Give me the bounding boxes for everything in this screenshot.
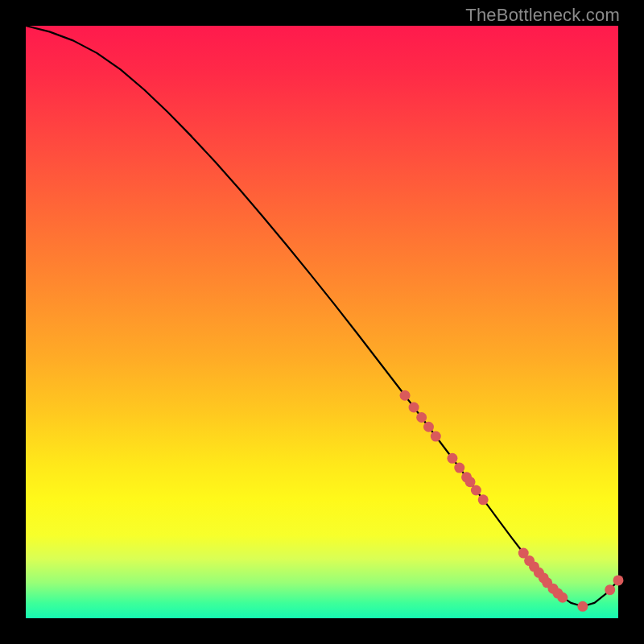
marker-dot xyxy=(431,431,441,442)
curve-line xyxy=(26,26,618,606)
chart-svg xyxy=(26,26,618,618)
marker-dot xyxy=(447,453,457,464)
marker-dot xyxy=(577,601,588,612)
marker-dot xyxy=(613,575,624,585)
marker-dot xyxy=(400,390,411,401)
marker-dot xyxy=(471,485,481,496)
marker-dot xyxy=(416,412,427,423)
plot-area xyxy=(26,26,618,618)
markers-group xyxy=(400,390,624,612)
marker-dot xyxy=(423,422,434,432)
marker-dot xyxy=(478,494,489,505)
marker-dot xyxy=(557,592,568,603)
chart-stage: TheBottleneck.com xyxy=(0,0,644,644)
watermark-text: TheBottleneck.com xyxy=(465,5,620,26)
marker-dot xyxy=(605,584,615,595)
marker-dot xyxy=(454,463,464,473)
marker-dot xyxy=(409,402,419,412)
